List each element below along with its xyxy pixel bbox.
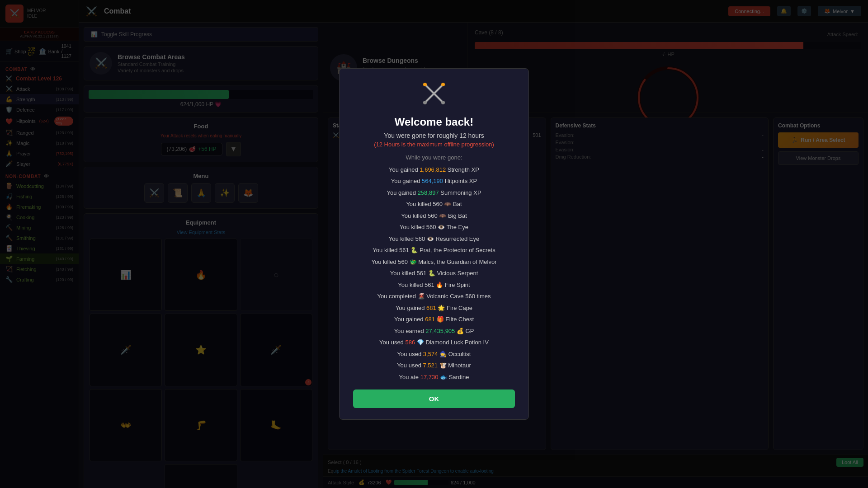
modal-stat-line: You killed 560 🐲 Malcs, the Guardian of … (353, 258, 515, 267)
modal-stat-line: You gained 681 🌟 Fire Cape (353, 304, 515, 313)
modal-stat-line: You gained 681 🎁 Elite Chest (353, 315, 515, 324)
svg-point-6 (423, 101, 427, 104)
modal-stat-line: You killed 561 🐍 Prat, the Protector of … (353, 246, 515, 255)
modal-stat-line: You killed 560 👁️ The Eye (353, 223, 515, 232)
crossed-swords-icon (420, 80, 448, 107)
modal-stat-line: You used 586 💎 Diamond Luck Potion IV (353, 338, 515, 347)
modal-stat-line: You killed 560 🦇 Bat (353, 200, 515, 209)
modal-stat-line: You gained 1,696,812 Strength XP (353, 165, 515, 174)
modal-while-gone: While you were gone: (353, 154, 515, 161)
modal-stat-line: You killed 561 🐍 Vicious Serpent (353, 269, 515, 278)
svg-point-7 (441, 101, 445, 104)
modal-stat-line: You killed 560 👁️ Resurrected Eye (353, 235, 515, 244)
modal-icon (353, 80, 515, 111)
modal-ok-button[interactable]: OK (353, 389, 515, 408)
welcome-modal: Welcome back! You were gone for roughly … (339, 68, 529, 420)
modal-subtitle: You were gone for roughly 12 hours (353, 132, 515, 139)
modal-stat-line: You gained 564,190 Hitpoints XP (353, 177, 515, 186)
svg-point-4 (423, 83, 427, 86)
modal-stats-container: You gained 1,696,812 Strength XPYou gain… (353, 165, 515, 382)
modal-stat-line: You earned 27,435,905 💰 GP (353, 327, 515, 336)
modal-warning: (12 Hours is the maximum offline progres… (353, 141, 515, 148)
modal-overlay: Welcome back! You were gone for roughly … (0, 0, 868, 488)
modal-stat-line: You used 3,574 🧙 Occultist (353, 350, 515, 359)
modal-stat-line: You used 7,521 🐮 Minotaur (353, 361, 515, 370)
modal-stat-line: You killed 560 🦇 Big Bat (353, 211, 515, 221)
modal-stat-line: You gained 258,897 Summoning XP (353, 188, 515, 197)
svg-point-5 (441, 83, 445, 86)
modal-stat-line: You completed 🌋 Volcanic Cave 560 times (353, 292, 515, 301)
modal-title: Welcome back! (353, 116, 515, 128)
modal-stat-line: You ate 17,730 🐟 Sardine (353, 373, 515, 382)
modal-stat-line: You killed 561 🔥 Fire Spirit (353, 281, 515, 290)
